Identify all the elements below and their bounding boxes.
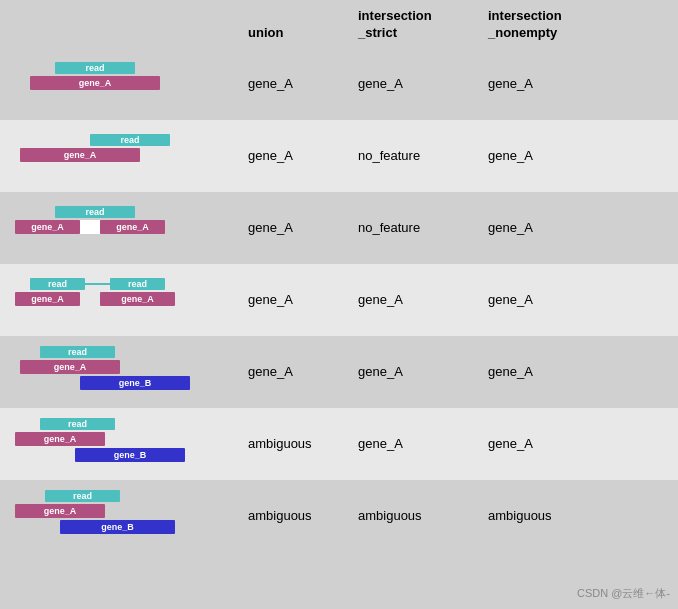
- value-strict-7: ambiguous: [350, 508, 480, 523]
- value-union-5: gene_A: [240, 364, 350, 379]
- table-header: union intersection_strict intersection_n…: [0, 0, 678, 48]
- diagram-7: read gene_A gene_B: [0, 486, 240, 546]
- table-row: read gene_A gene_A gene_A gene_A: [0, 48, 678, 120]
- value-union-3: gene_A: [240, 220, 350, 235]
- diagram-6: read gene_A gene_B: [0, 414, 240, 474]
- value-strict-3: no_feature: [350, 220, 480, 235]
- value-strict-5: gene_A: [350, 364, 480, 379]
- table-row: read gene_A gene_B ambiguous gene_A gene…: [0, 408, 678, 480]
- header-strict: intersection_strict: [350, 8, 480, 42]
- diagram-1: read gene_A: [0, 54, 240, 114]
- value-nonempty-6: gene_A: [480, 436, 610, 451]
- diagram-3: read gene_A gene_A: [0, 198, 240, 258]
- value-nonempty-3: gene_A: [480, 220, 610, 235]
- diagram-5: read gene_A gene_B: [0, 342, 240, 402]
- table-row: read gene_A gene_A gene_A no_feature gen…: [0, 192, 678, 264]
- value-union-1: gene_A: [240, 76, 350, 91]
- value-strict-2: no_feature: [350, 148, 480, 163]
- table-row: read gene_A gene_A no_feature gene_A: [0, 120, 678, 192]
- diagram-2: read gene_A: [0, 126, 240, 186]
- header-union: union: [240, 25, 350, 42]
- value-nonempty-2: gene_A: [480, 148, 610, 163]
- value-union-4: gene_A: [240, 292, 350, 307]
- main-table: union intersection_strict intersection_n…: [0, 0, 678, 552]
- value-strict-4: gene_A: [350, 292, 480, 307]
- value-strict-1: gene_A: [350, 76, 480, 91]
- value-strict-6: gene_A: [350, 436, 480, 451]
- diagram-4: read read gene_A gene_A: [0, 270, 240, 330]
- value-nonempty-1: gene_A: [480, 76, 610, 91]
- table-row: read gene_A gene_B ambiguous ambiguous a…: [0, 480, 678, 552]
- watermark: CSDN @云维←体-: [577, 586, 670, 601]
- table-row: read read gene_A gene_A gene_A gene_A ge…: [0, 264, 678, 336]
- value-union-7: ambiguous: [240, 508, 350, 523]
- value-nonempty-5: gene_A: [480, 364, 610, 379]
- value-nonempty-7: ambiguous: [480, 508, 610, 523]
- value-union-2: gene_A: [240, 148, 350, 163]
- value-union-6: ambiguous: [240, 436, 350, 451]
- header-nonempty: intersection_nonempty: [480, 8, 610, 42]
- table-row: read gene_A gene_B gene_A gene_A gene_A: [0, 336, 678, 408]
- value-nonempty-4: gene_A: [480, 292, 610, 307]
